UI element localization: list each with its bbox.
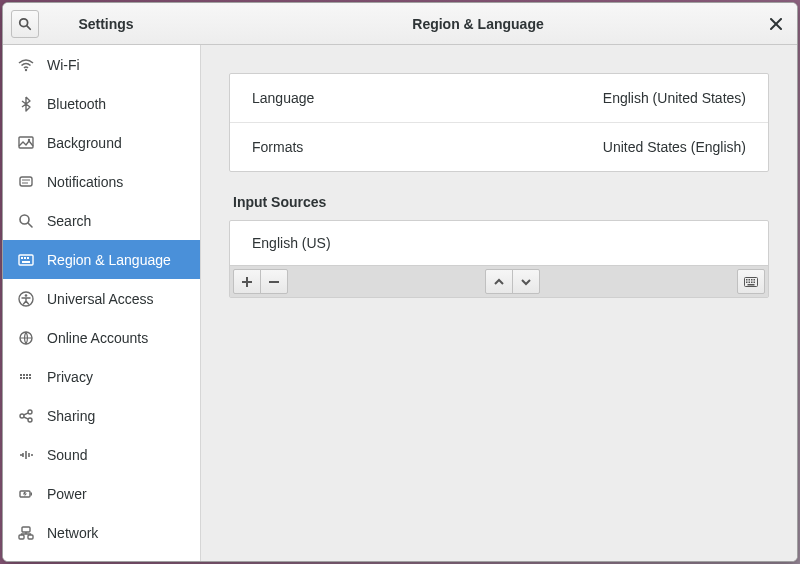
sidebar-item-sound[interactable]: Sound	[3, 435, 200, 474]
sidebar-item-region[interactable]: Region & Language	[3, 240, 200, 279]
sidebar-item-search[interactable]: Search	[3, 201, 200, 240]
svg-rect-26	[26, 377, 28, 379]
minus-icon	[268, 276, 280, 288]
svg-rect-23	[29, 374, 31, 376]
language-label: Language	[252, 90, 314, 106]
sidebar-item-universal[interactable]: Universal Access	[3, 279, 200, 318]
input-sources-toolbar	[230, 265, 768, 297]
titlebar: Settings Region & Language	[3, 3, 797, 45]
svg-rect-50	[751, 279, 753, 281]
move-down-button[interactable]	[512, 269, 540, 294]
svg-rect-15	[27, 257, 29, 259]
bluetooth-icon	[17, 95, 35, 113]
sidebar-item-label: Notifications	[47, 174, 123, 190]
svg-rect-21	[23, 374, 25, 376]
sidebar-item-network[interactable]: Network	[3, 513, 200, 552]
sidebar-item-notifications[interactable]: Notifications	[3, 162, 200, 201]
input-source-row[interactable]: English (US)	[230, 221, 768, 265]
sidebar-item-wifi[interactable]: Wi-Fi	[3, 45, 200, 84]
search-icon	[17, 212, 35, 230]
sidebar-item-privacy[interactable]: Privacy	[3, 357, 200, 396]
move-up-button[interactable]	[485, 269, 513, 294]
sidebar-item-label: Sound	[47, 447, 87, 463]
svg-line-11	[28, 223, 32, 227]
svg-rect-56	[748, 284, 755, 286]
sidebar-item-label: Region & Language	[47, 252, 171, 268]
svg-line-32	[24, 417, 29, 419]
sidebar-item-label: Network	[47, 525, 98, 541]
svg-rect-55	[754, 281, 756, 283]
chevron-down-icon	[520, 276, 532, 288]
formats-row[interactable]: Formats United States (English)	[230, 122, 768, 171]
titlebar-left: Settings	[3, 10, 201, 38]
keyboard-icon	[744, 277, 758, 287]
titlebar-right	[755, 12, 797, 36]
svg-rect-20	[20, 374, 22, 376]
plus-icon	[241, 276, 253, 288]
svg-rect-52	[746, 281, 748, 283]
sidebar[interactable]: Wi-FiBluetoothBackgroundNotificationsSea…	[3, 45, 201, 561]
svg-point-29	[28, 410, 32, 414]
sound-icon	[17, 446, 35, 464]
power-icon	[17, 485, 35, 503]
svg-rect-48	[746, 279, 748, 281]
sidebar-item-power[interactable]: Power	[3, 474, 200, 513]
language-value: English (United States)	[603, 90, 746, 106]
sidebar-item-background[interactable]: Background	[3, 123, 200, 162]
add-source-button[interactable]	[233, 269, 261, 294]
background-icon	[17, 134, 35, 152]
svg-rect-24	[20, 377, 22, 379]
svg-rect-7	[20, 177, 32, 186]
sidebar-item-bluetooth[interactable]: Bluetooth	[3, 84, 200, 123]
content-area: Language English (United States) Formats…	[201, 45, 797, 561]
svg-rect-54	[751, 281, 753, 283]
settings-window: Settings Region & Language Wi-FiBluetoot…	[2, 2, 798, 562]
input-sources-title: Input Sources	[233, 194, 769, 210]
svg-rect-27	[29, 377, 31, 379]
sidebar-item-label: Privacy	[47, 369, 93, 385]
svg-point-30	[28, 418, 32, 422]
svg-point-4	[25, 68, 27, 70]
sidebar-item-label: Online Accounts	[47, 330, 148, 346]
wifi-icon	[17, 56, 35, 74]
notifications-icon	[17, 173, 35, 191]
svg-rect-13	[21, 257, 23, 259]
svg-rect-14	[24, 257, 26, 259]
svg-rect-42	[19, 535, 24, 539]
formats-label: Formats	[252, 139, 303, 155]
search-button[interactable]	[11, 10, 39, 38]
sidebar-item-label: Search	[47, 213, 91, 229]
sharing-icon	[17, 407, 35, 425]
sidebar-item-label: Wi-Fi	[47, 57, 80, 73]
svg-rect-39	[31, 492, 33, 495]
svg-point-6	[28, 138, 30, 140]
remove-source-button[interactable]	[260, 269, 288, 294]
search-icon	[18, 17, 32, 31]
online-icon	[17, 329, 35, 347]
page-title: Region & Language	[201, 16, 755, 32]
region-icon	[17, 251, 35, 269]
language-row[interactable]: Language English (United States)	[230, 74, 768, 122]
sidebar-item-online[interactable]: Online Accounts	[3, 318, 200, 357]
svg-line-1	[27, 25, 30, 28]
svg-rect-43	[28, 535, 33, 539]
sidebar-item-label: Bluetooth	[47, 96, 106, 112]
svg-point-18	[25, 294, 28, 297]
close-button[interactable]	[764, 12, 788, 36]
svg-rect-51	[754, 279, 756, 281]
sidebar-title: Settings	[39, 16, 201, 32]
sidebar-item-label: Power	[47, 486, 87, 502]
sidebar-item-sharing[interactable]: Sharing	[3, 396, 200, 435]
universal-icon	[17, 290, 35, 308]
svg-rect-22	[26, 374, 28, 376]
formats-value: United States (English)	[603, 139, 746, 155]
input-sources-panel: English (US)	[229, 220, 769, 298]
region-panel: Language English (United States) Formats…	[229, 73, 769, 172]
sidebar-item-label: Universal Access	[47, 291, 154, 307]
svg-rect-12	[19, 255, 33, 265]
svg-rect-53	[749, 281, 751, 283]
svg-rect-25	[23, 377, 25, 379]
keyboard-layout-button[interactable]	[737, 269, 765, 294]
sidebar-item-label: Background	[47, 135, 122, 151]
network-icon	[17, 524, 35, 542]
